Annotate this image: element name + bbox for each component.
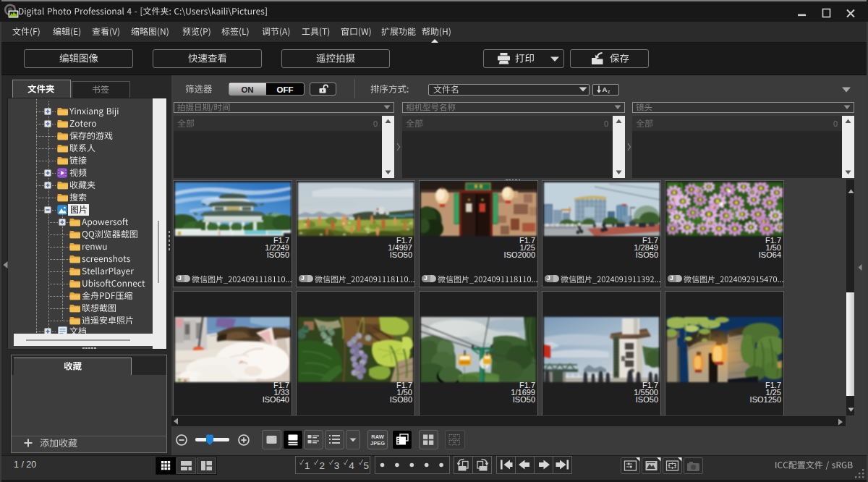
svg-text:RAW: RAW [371, 434, 384, 440]
svg-text:JPEG: JPEG [370, 440, 384, 447]
svg-text:z: z [608, 89, 610, 94]
svg-text:A: A [603, 85, 608, 93]
